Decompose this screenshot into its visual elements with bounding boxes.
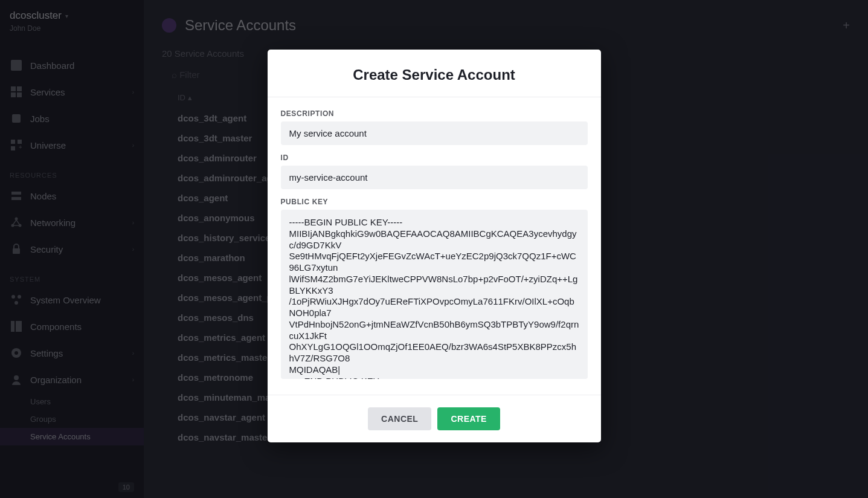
modal-footer: CANCEL CREATE <box>268 395 601 442</box>
description-input[interactable] <box>281 121 588 145</box>
modal-title: Create Service Account <box>268 50 601 97</box>
label-id: ID <box>281 154 588 162</box>
id-input[interactable] <box>281 166 588 189</box>
create-service-account-modal: Create Service Account DESCRIPTION ID PU… <box>268 50 601 442</box>
label-description: DESCRIPTION <box>281 109 588 118</box>
public-key-textarea[interactable] <box>281 210 588 379</box>
modal-body: DESCRIPTION ID PUBLIC KEY <box>268 97 601 395</box>
create-button[interactable]: CREATE <box>437 407 500 430</box>
label-public-key: PUBLIC KEY <box>281 198 588 206</box>
cancel-button[interactable]: CANCEL <box>368 407 431 430</box>
